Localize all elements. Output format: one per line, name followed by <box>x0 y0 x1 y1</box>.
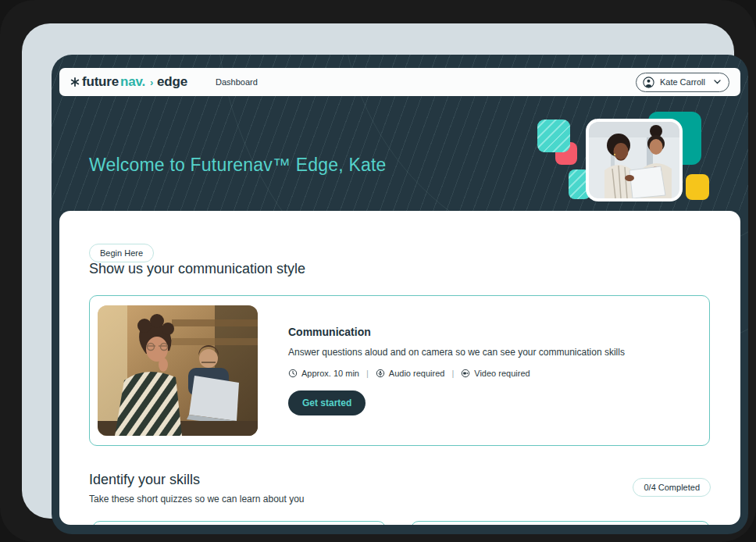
meta-separator: | <box>451 369 454 378</box>
video-icon <box>461 369 470 378</box>
meta-duration-label: Approx. 10 min <box>301 369 359 378</box>
meta-video: Video required <box>461 369 530 378</box>
collage-striped-square <box>537 119 570 152</box>
clock-icon <box>288 369 298 378</box>
get-started-button[interactable]: Get started <box>288 390 366 415</box>
section-skills-title: Identify your skills <box>89 472 305 488</box>
nav-dashboard-link[interactable]: Dashboard <box>216 77 258 87</box>
hero-collage-photo <box>586 119 683 201</box>
meta-duration: Approx. 10 min <box>288 369 359 378</box>
meta-video-label: Video required <box>474 369 530 378</box>
meta-audio-label: Audio required <box>389 369 445 378</box>
quiz-card[interactable] <box>411 521 710 525</box>
logo-text-edge: edge <box>157 74 187 90</box>
begin-here-badge: Begin Here <box>89 244 154 262</box>
section-communication-title: Show us your communication style <box>89 261 305 277</box>
user-avatar-icon <box>643 77 654 88</box>
browser-bezel: futurenav. › edge Dashboard Kate Carroll <box>22 23 734 519</box>
progress-badge: 0/4 Completed <box>633 478 711 497</box>
section-skills-subtitle: Take these short quizzes so we can learn… <box>89 494 305 505</box>
welcome-heading: Welcome to Futurenav™ Edge, Kate <box>89 155 387 176</box>
content-panel: Begin Here Show us your communication st… <box>59 211 740 525</box>
meta-audio: Audio required <box>376 369 445 378</box>
user-name-label: Kate Carroll <box>660 77 705 87</box>
chevron-down-icon <box>714 80 721 84</box>
communication-photo <box>98 305 258 436</box>
top-navbar: futurenav. › edge Dashboard Kate Carroll <box>59 68 740 96</box>
card-description: Answer questions aloud and on camera so … <box>288 347 694 358</box>
card-title: Communication <box>288 326 694 338</box>
meta-separator: | <box>366 369 369 378</box>
communication-card: Communication Answer questions aloud and… <box>89 295 710 446</box>
quiz-card[interactable] <box>92 521 386 525</box>
app-page: futurenav. › edge Dashboard Kate Carroll <box>52 55 748 534</box>
collage-yellow-square <box>686 174 709 200</box>
communication-card-body: Communication Answer questions aloud and… <box>288 326 694 415</box>
futurenav-logo[interactable]: futurenav. › edge <box>70 74 187 90</box>
asterisk-icon <box>70 77 80 87</box>
logo-text-nav: nav. <box>120 74 145 90</box>
card-meta-row: Approx. 10 min | <box>288 369 694 378</box>
user-menu-button[interactable]: Kate Carroll <box>636 73 729 92</box>
identify-skills-section-header: Identify your skills Take these short qu… <box>89 472 711 505</box>
logo-text-future: future <box>82 74 119 90</box>
device-frame: futurenav. › edge Dashboard Kate Carroll <box>0 0 756 542</box>
logo-separator: › <box>150 77 153 88</box>
audio-icon <box>376 369 385 378</box>
